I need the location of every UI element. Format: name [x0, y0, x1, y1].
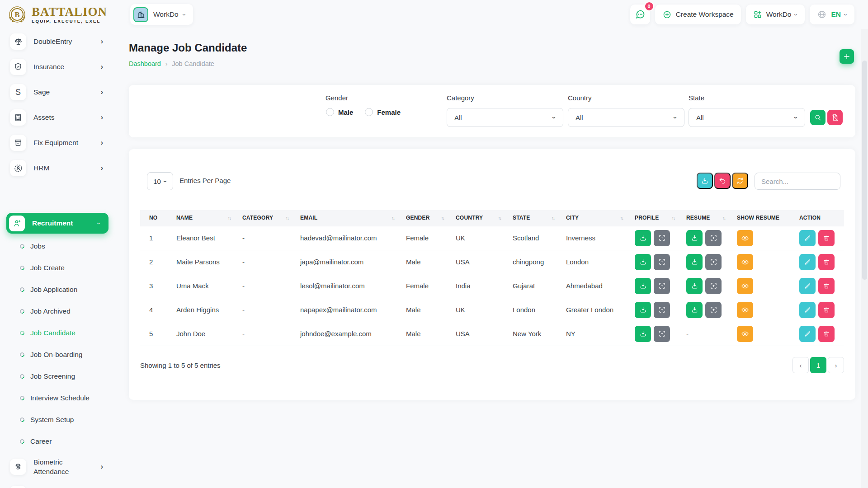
- show-resume-button[interactable]: [737, 254, 753, 270]
- sidebar-subitem-job-screening[interactable]: Job Screening: [0, 366, 114, 387]
- show-resume-button[interactable]: [737, 230, 753, 246]
- column-header-name[interactable]: NAME↑↓: [171, 210, 237, 226]
- sidebar-subitem-system-setup[interactable]: System Setup: [0, 409, 114, 431]
- column-header-profile[interactable]: PROFILE↑↓: [629, 210, 681, 226]
- apply-filter-button[interactable]: [810, 110, 826, 125]
- resume-preview-button[interactable]: [705, 302, 722, 318]
- sidebar-item-sage[interactable]: S Sage ›: [0, 80, 114, 105]
- sidebar-subitem-job-create[interactable]: Job Create: [0, 257, 114, 279]
- cell-profile: [629, 250, 681, 274]
- resume-preview-button[interactable]: [705, 278, 722, 294]
- column-header-city[interactable]: CITY↑↓: [561, 210, 629, 226]
- profile-preview-button[interactable]: [654, 326, 670, 342]
- profile-preview-button[interactable]: [654, 278, 670, 294]
- edit-button[interactable]: [799, 302, 816, 318]
- workspace-menu-button[interactable]: WorkDo ›: [746, 5, 805, 24]
- workspace-switcher[interactable]: WorkDo ›: [130, 4, 193, 25]
- sort-arrows-icon: ↑↓: [552, 215, 555, 221]
- delete-button[interactable]: [818, 278, 835, 294]
- language-selector[interactable]: EN ›: [810, 5, 854, 24]
- sidebar-subitem-job-archived[interactable]: Job Archived: [0, 300, 114, 322]
- undo-button[interactable]: [714, 173, 731, 189]
- state-select[interactable]: All ›: [689, 108, 805, 127]
- sidebar-item-doubleentry[interactable]: DoubleEntry ›: [0, 29, 114, 54]
- gender-female-option[interactable]: Female: [365, 108, 401, 116]
- topbar: B BATTALION EQUIP, EXECUTE, EXEL WorkDo …: [0, 0, 868, 29]
- show-resume-button[interactable]: [737, 302, 753, 318]
- breadcrumb-dashboard-link[interactable]: Dashboard: [129, 60, 161, 67]
- refresh-button[interactable]: [732, 173, 748, 189]
- resume-download-button[interactable]: [686, 302, 703, 318]
- sidebar-subitem-job-candidate[interactable]: Job Candidate: [0, 322, 114, 344]
- profile-preview-button[interactable]: [654, 230, 670, 246]
- profile-preview-button[interactable]: [654, 302, 670, 318]
- export-button[interactable]: [697, 173, 713, 189]
- delete-button[interactable]: [818, 302, 835, 318]
- profile-download-button[interactable]: [635, 254, 651, 270]
- pagination-next-button[interactable]: ›: [828, 357, 844, 373]
- sidebar-subitem-label: Job Candidate: [30, 329, 75, 337]
- edit-button[interactable]: [799, 254, 816, 270]
- delete-button[interactable]: [818, 254, 835, 270]
- add-candidate-button[interactable]: [840, 49, 854, 64]
- sidebar-item-assets[interactable]: Assets ›: [0, 105, 114, 130]
- sidebar-item-recruitment[interactable]: Recruitment ›: [6, 213, 108, 234]
- gender-male-option[interactable]: Male: [326, 108, 353, 116]
- profile-download-button[interactable]: [635, 230, 651, 246]
- column-header-resume[interactable]: RESUME↑↓: [681, 210, 731, 226]
- cell-profile: [629, 322, 681, 346]
- column-header-gender[interactable]: GENDER↑↓: [401, 210, 450, 226]
- messages-button[interactable]: 0: [630, 5, 650, 24]
- candidate-table: NONAME↑↓CATEGORY↑↓EMAIL↑↓GENDER↑↓COUNTRY…: [140, 210, 844, 346]
- cell-email: johndoe@example.com: [295, 322, 401, 346]
- sidebar-item-hrm[interactable]: HRM ›: [0, 155, 114, 181]
- pagination-page-1[interactable]: 1: [810, 357, 826, 373]
- edit-button[interactable]: [799, 230, 816, 246]
- entries-per-page-select[interactable]: 10 ›: [147, 172, 173, 190]
- profile-preview-button[interactable]: [654, 254, 670, 270]
- sidebar-item-insurance[interactable]: Insurance ›: [0, 54, 114, 80]
- resume-preview-button[interactable]: [705, 230, 722, 246]
- male-radio[interactable]: [326, 108, 334, 116]
- reset-filter-button[interactable]: [827, 110, 843, 125]
- sidebar-subitem-jobs[interactable]: Jobs: [0, 235, 114, 257]
- table-search-input[interactable]: [755, 173, 840, 190]
- sidebar-subitem-job-application[interactable]: Job Application: [0, 279, 114, 300]
- column-header-state[interactable]: STATE↑↓: [507, 210, 561, 226]
- column-header-country[interactable]: COUNTRY↑↓: [450, 210, 507, 226]
- category-select[interactable]: All ›: [447, 108, 563, 127]
- resume-download-icon: [691, 306, 698, 314]
- column-header-category[interactable]: CATEGORY↑↓: [237, 210, 295, 226]
- country-select[interactable]: All ›: [568, 108, 684, 127]
- create-workspace-button[interactable]: Create Workspace: [655, 5, 741, 24]
- show-resume-button[interactable]: [737, 326, 753, 342]
- edit-icon: [804, 330, 811, 338]
- sidebar-subitem-interview-schedule[interactable]: Interview Schedule: [0, 387, 114, 409]
- sidebar-subitem-label: System Setup: [30, 416, 74, 424]
- delete-button[interactable]: [818, 326, 835, 342]
- recruitment-submenu: JobsJob CreateJob ApplicationJob Archive…: [0, 235, 114, 452]
- female-radio[interactable]: [365, 108, 373, 116]
- profile-download-button[interactable]: [635, 302, 651, 318]
- sidebar-item-fix-equipment[interactable]: Fix Equipment ›: [0, 130, 114, 155]
- resume-preview-button[interactable]: [705, 254, 722, 270]
- table-header: NONAME↑↓CATEGORY↑↓EMAIL↑↓GENDER↑↓COUNTRY…: [140, 210, 844, 226]
- column-header-email[interactable]: EMAIL↑↓: [295, 210, 401, 226]
- resume-download-button[interactable]: [686, 230, 703, 246]
- show-resume-icon: [741, 234, 749, 242]
- sidebar-item-biometric-attendance[interactable]: Biometric Attendance ›: [0, 452, 114, 481]
- resume-download-button[interactable]: [686, 254, 703, 270]
- edit-button[interactable]: [799, 278, 816, 294]
- show-resume-button[interactable]: [737, 278, 753, 294]
- sidebar-item-procurement[interactable]: Procurement ›: [0, 481, 114, 488]
- profile-download-button[interactable]: [635, 278, 651, 294]
- sidebar-subitem-job-on-boarding[interactable]: Job On-boarding: [0, 344, 114, 366]
- edit-button[interactable]: [799, 326, 816, 342]
- delete-button[interactable]: [818, 230, 835, 246]
- scrollbar-track[interactable]: [861, 29, 868, 488]
- sidebar-subitem-career[interactable]: Career: [0, 431, 114, 452]
- scrollbar-thumb[interactable]: [862, 61, 867, 280]
- resume-download-button[interactable]: [686, 278, 703, 294]
- profile-download-button[interactable]: [635, 326, 651, 342]
- pagination-prev-button[interactable]: ‹: [793, 357, 809, 373]
